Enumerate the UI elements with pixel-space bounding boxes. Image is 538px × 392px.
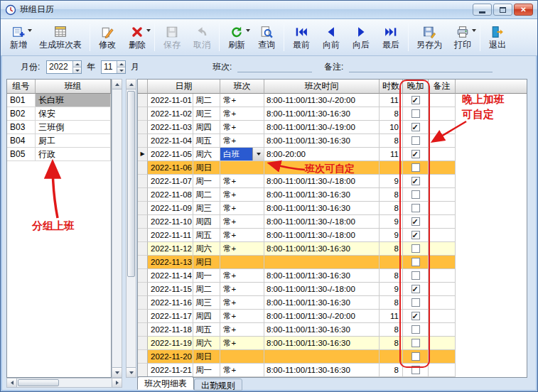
shift-filter-input[interactable] <box>237 61 312 72</box>
toolbar-separator <box>284 23 284 51</box>
calendar-row[interactable]: 2022-11-19周六常+8:00-11:00/11:30-16:308 <box>138 337 527 350</box>
scroll-track[interactable] <box>17 379 112 387</box>
calendar-row[interactable]: 2022-11-21周一常+8:00-11:00/11:30-16:308 <box>138 364 527 377</box>
calendar-row[interactable]: 2022-11-15周二常+8:00-11:00/11:30-/-18:009 <box>138 283 527 296</box>
dropdown-arrow-icon[interactable] <box>146 29 151 32</box>
scroll-right-button[interactable] <box>112 379 122 387</box>
scroll-track[interactable] <box>127 89 136 367</box>
group-list-hscrollbar[interactable] <box>6 378 122 388</box>
dropdown-arrow-icon[interactable] <box>246 29 250 32</box>
calendar-row[interactable]: 2022-11-14周一常+8:00-11:00/11:30-16:308 <box>138 269 527 283</box>
calendar-vscrollbar[interactable] <box>126 79 136 378</box>
calendar-row[interactable]: 2022-11-18周五常+8:00-11:00/11:30-16:308 <box>138 323 527 337</box>
shift-cell: 常+ <box>220 323 264 337</box>
evening-overtime-checkbox[interactable] <box>411 244 420 253</box>
toolbar-button-last[interactable]: 最后 <box>376 21 406 54</box>
calendar-row[interactable]: 2022-11-11周五常+8:00-11:00/11:30-/-18:009 <box>138 229 527 242</box>
evening-overtime-checkbox[interactable] <box>411 352 420 361</box>
toolbar-button-exit[interactable]: 退出 <box>483 21 512 54</box>
calendar-row[interactable]: 2022-11-09周三常+8:00-11:00/11:30-16:308 <box>138 202 527 215</box>
shift-cell: 常+ <box>220 229 264 242</box>
scroll-down-button[interactable] <box>127 367 136 377</box>
maximize-button[interactable] <box>493 4 512 16</box>
calendar-row[interactable]: 2022-11-13周日 <box>138 256 527 269</box>
evening-overtime-checkbox[interactable] <box>411 298 420 307</box>
evening-overtime-checkbox[interactable] <box>411 190 420 199</box>
scroll-up-button[interactable] <box>112 80 122 89</box>
evening-overtime-checkbox[interactable] <box>411 177 420 185</box>
minimize-button[interactable] <box>473 4 492 16</box>
calendar-row[interactable]: 2022-11-02周三常+8:00-11:00/11:30-16:308 <box>138 107 527 121</box>
scroll-left-button[interactable] <box>7 379 17 387</box>
evening-overtime-checkbox[interactable] <box>411 123 420 131</box>
year-spin-buttons[interactable] <box>72 61 81 73</box>
toolbar-button-saveas[interactable]: 另存为 <box>411 21 448 54</box>
toolbar-button-print[interactable]: 打印 <box>448 21 478 54</box>
spin-down-icon[interactable] <box>117 67 125 73</box>
year-spinner[interactable]: 2022 <box>46 60 82 74</box>
calendar-row[interactable]: 2022-11-06周日 <box>138 161 527 175</box>
evening-overtime-checkbox[interactable] <box>411 150 420 158</box>
evening-overtime-checkbox[interactable] <box>411 366 420 374</box>
calendar-row[interactable]: 2022-11-01周二常+8:00-11:00/11:30-/-20:0011 <box>138 94 527 107</box>
month-spinner[interactable]: 11 <box>101 60 126 74</box>
scroll-up-button[interactable] <box>127 80 136 89</box>
evening-overtime-checkbox[interactable] <box>411 96 420 104</box>
scroll-thumb[interactable] <box>127 91 135 277</box>
calendar-row[interactable]: 2022-11-10周四常+8:00-11:00/11:30-/-18:009 <box>138 215 527 229</box>
dropdown-arrow-icon[interactable] <box>28 29 32 32</box>
calendar-row[interactable]: 2022-11-16周三常+8:00-11:00/11:30-16:308 <box>138 296 527 310</box>
calendar-row[interactable]: 2022-11-08周二常+8:00-11:00/11:30-16:308 <box>138 188 527 202</box>
toolbar-button-query[interactable]: 查询 <box>252 21 281 54</box>
evening-overtime-checkbox[interactable] <box>411 163 420 172</box>
scroll-track[interactable] <box>112 89 122 367</box>
evening-overtime-checkbox[interactable] <box>411 109 420 118</box>
note-filter-input[interactable] <box>349 61 493 72</box>
group-list-vscrollbar[interactable] <box>112 79 122 378</box>
group-row[interactable]: B02保安 <box>7 107 111 121</box>
calendar-row[interactable]: 2022-11-12周六常+8:00-11:00/11:30-16:308 <box>138 242 527 256</box>
toolbar-button-next[interactable]: 向后 <box>346 21 376 54</box>
evening-overtime-checkbox[interactable] <box>411 258 420 266</box>
evening-overtime-checkbox[interactable] <box>411 217 420 226</box>
group-row[interactable]: B03三班倒 <box>7 121 111 134</box>
shift-cell-combobox[interactable]: 白班 <box>220 148 264 161</box>
spin-up-icon[interactable] <box>117 61 125 67</box>
dropdown-arrow-icon[interactable] <box>472 29 476 32</box>
calendar-row[interactable]: 2022-11-03周四常+8:00-11:00/11:30-/-19:0010 <box>138 121 527 134</box>
scroll-thumb[interactable] <box>18 379 59 386</box>
calendar-row[interactable]: 2022-11-20周日 <box>138 350 527 364</box>
toolbar-button-refresh[interactable]: 刷新 <box>222 21 252 54</box>
evening-overtime-checkbox[interactable] <box>411 231 420 239</box>
chevron-down-icon <box>257 153 261 156</box>
calendar-row[interactable]: ▶2022-11-05周六白班8:00-20:0011 <box>138 148 527 161</box>
spin-up-icon[interactable] <box>73 61 81 67</box>
toolbar-button-prev[interactable]: 向前 <box>316 21 346 54</box>
scroll-down-button[interactable] <box>112 367 122 377</box>
evening-overtime-checkbox[interactable] <box>411 136 420 145</box>
calendar-row[interactable]: 2022-11-07周一常+8:00-11:00/11:30-/-18:009 <box>138 175 527 188</box>
tab-attendance-rules[interactable]: 出勤规则 <box>194 379 242 391</box>
calendar-row[interactable]: 2022-11-04周五常+8:00-11:00/11:30-16:308 <box>138 134 527 148</box>
group-row[interactable]: B05行政 <box>7 148 111 161</box>
combobox-dropdown-button[interactable] <box>252 148 264 160</box>
month-spin-buttons[interactable] <box>117 61 125 73</box>
close-button[interactable]: ✕ <box>514 4 533 16</box>
spin-down-icon[interactable] <box>73 67 81 73</box>
evening-overtime-checkbox[interactable] <box>411 204 420 212</box>
evening-overtime-checkbox[interactable] <box>411 271 420 280</box>
evening-overtime-checkbox[interactable] <box>411 325 420 334</box>
tab-shift-detail[interactable]: 班次明细表 <box>137 376 194 390</box>
calendar-row[interactable]: 2022-11-17周四常+8:00-11:00/11:30-/-20:0011 <box>138 310 527 323</box>
toolbar-button-first[interactable]: 最前 <box>286 21 316 54</box>
toolbar-button-generate[interactable]: 生成班次表 <box>33 21 87 54</box>
toolbar-button-delete[interactable]: 删除 <box>122 21 152 54</box>
evening-overtime-checkbox[interactable] <box>411 312 420 320</box>
toolbar-button-modify[interactable]: 修改 <box>92 21 122 54</box>
evening-overtime-checkbox[interactable] <box>411 339 420 347</box>
group-row[interactable]: B01长白班 <box>7 94 111 107</box>
toolbar-button-new[interactable]: 新增 <box>4 21 33 54</box>
titlebar[interactable]: 班组日历 ✕ <box>1 1 537 19</box>
group-row[interactable]: B04厨工 <box>7 134 111 148</box>
evening-overtime-checkbox[interactable] <box>411 285 420 293</box>
